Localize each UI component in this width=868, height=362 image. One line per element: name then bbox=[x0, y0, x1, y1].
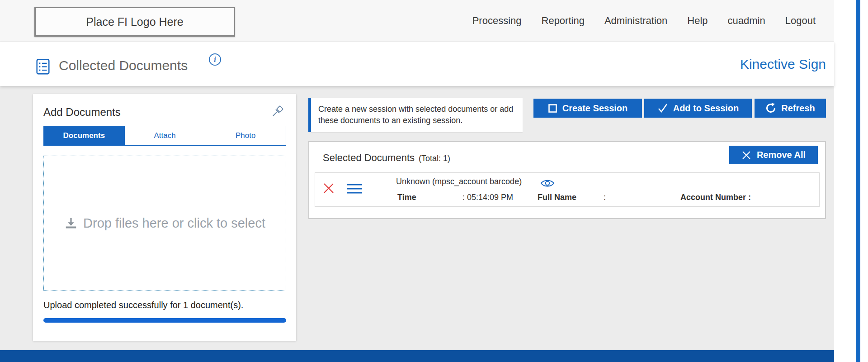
selected-documents-header: Selected Documents (Total: 1) bbox=[323, 152, 450, 164]
close-icon bbox=[741, 150, 751, 160]
square-icon bbox=[548, 104, 557, 113]
account-number-label: Account Number : bbox=[680, 193, 751, 202]
collected-documents-icon bbox=[34, 58, 52, 75]
add-documents-card: Add Documents Documents Attach Photo Dro… bbox=[33, 94, 296, 341]
nav-item-cuadmin[interactable]: cuadmin bbox=[728, 15, 765, 27]
tab-documents[interactable]: Documents bbox=[44, 126, 125, 145]
top-bar: Place FI Logo Here Processing Reporting … bbox=[0, 0, 834, 42]
tab-attach[interactable]: Attach bbox=[125, 126, 206, 145]
remove-all-button[interactable]: Remove All bbox=[729, 146, 818, 164]
time-value: : 05:14:09 PM bbox=[462, 193, 513, 202]
session-info-message: Create a new session with selected docum… bbox=[308, 98, 523, 132]
download-icon bbox=[64, 216, 78, 230]
footer-bar bbox=[0, 350, 834, 362]
selected-documents-title: Selected Documents bbox=[323, 152, 415, 164]
tab-photo[interactable]: Photo bbox=[205, 126, 286, 145]
selected-documents-total: (Total: 1) bbox=[419, 154, 450, 163]
nav-item-logout[interactable]: Logout bbox=[785, 15, 816, 27]
create-session-label: Create Session bbox=[562, 103, 628, 114]
selected-document-row: Unknown (mpsc_account barcode) Time : 05… bbox=[315, 172, 820, 207]
refresh-button[interactable]: Refresh bbox=[755, 99, 826, 118]
document-name: Unknown (mpsc_account barcode) bbox=[396, 177, 522, 186]
main-nav: Processing Reporting Administration Help… bbox=[472, 0, 816, 42]
drag-handle-icon[interactable] bbox=[346, 183, 363, 194]
info-icon[interactable]: i bbox=[209, 53, 221, 66]
add-to-session-button[interactable]: Add to Session bbox=[644, 99, 752, 118]
check-icon bbox=[657, 103, 668, 113]
time-label: Time bbox=[397, 193, 416, 202]
fi-logo-text: Place FI Logo Here bbox=[86, 15, 183, 29]
pin-icon[interactable] bbox=[271, 105, 284, 119]
nav-item-reporting[interactable]: Reporting bbox=[542, 15, 585, 27]
content-area: Add Documents Documents Attach Photo Dro… bbox=[0, 86, 834, 350]
add-documents-tabs: Documents Attach Photo bbox=[43, 126, 286, 146]
page-title: Collected Documents bbox=[59, 58, 188, 73]
nav-item-processing[interactable]: Processing bbox=[472, 15, 522, 27]
selected-documents-panel: Selected Documents (Total: 1) Remove All bbox=[308, 141, 826, 219]
fi-logo-placeholder: Place FI Logo Here bbox=[34, 7, 235, 37]
remove-all-label: Remove All bbox=[757, 150, 806, 160]
create-session-button[interactable]: Create Session bbox=[533, 99, 642, 118]
add-documents-title: Add Documents bbox=[43, 106, 121, 119]
page: Place FI Logo Here Processing Reporting … bbox=[0, 0, 834, 362]
remove-document-icon[interactable] bbox=[323, 182, 335, 194]
preview-eye-icon[interactable] bbox=[540, 178, 555, 189]
brand-kinective-sign: Kinective Sign bbox=[740, 57, 826, 72]
dropzone-text: Drop files here or click to select bbox=[83, 216, 265, 231]
full-name-value: : bbox=[604, 193, 606, 202]
scrollbar[interactable] bbox=[856, 0, 860, 362]
refresh-icon bbox=[765, 103, 776, 114]
nav-item-administration[interactable]: Administration bbox=[604, 15, 667, 27]
upload-status-text: Upload completed successfully for 1 docu… bbox=[43, 300, 243, 310]
nav-item-help[interactable]: Help bbox=[687, 15, 708, 27]
file-dropzone[interactable]: Drop files here or click to select bbox=[43, 156, 286, 291]
upload-progress-bar bbox=[43, 318, 286, 323]
refresh-label: Refresh bbox=[781, 103, 815, 114]
add-to-session-label: Add to Session bbox=[673, 103, 739, 114]
full-name-label: Full Name bbox=[538, 193, 576, 202]
